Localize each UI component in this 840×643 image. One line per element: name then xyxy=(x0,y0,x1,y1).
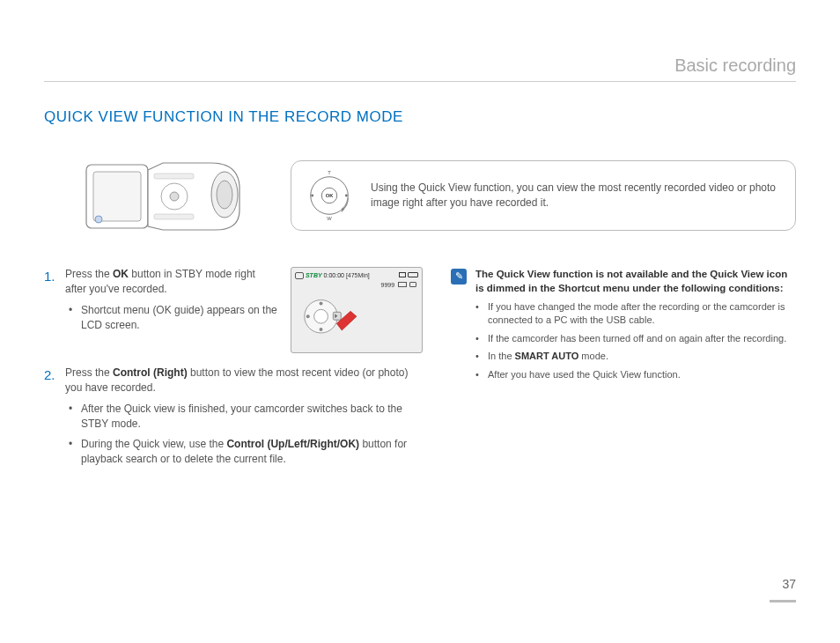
svg-point-21 xyxy=(306,314,310,318)
svg-point-4 xyxy=(217,181,232,209)
step-1: 1. Press the OK button in STBY mode righ… xyxy=(44,267,423,353)
callout-text: Using the Quick View function, you can v… xyxy=(371,181,777,211)
svg-point-18 xyxy=(314,309,328,323)
step-number: 2. xyxy=(44,366,56,472)
note-icon: ✎ xyxy=(451,269,467,285)
svg-rect-1 xyxy=(93,172,141,221)
page-number-rule xyxy=(770,600,796,602)
step-text: Press the Control (Right) button to view… xyxy=(65,366,408,394)
step-text: Press the OK button in STBY mode right a… xyxy=(65,268,255,295)
note-bullet: If you have changed the mode after the r… xyxy=(475,300,796,328)
chapter-title: Basic recording xyxy=(44,53,796,82)
note-header: The Quick View function is not available… xyxy=(475,267,796,295)
svg-text:OK: OK xyxy=(326,193,335,198)
callout-box: T W OK Using the Quick View function, yo… xyxy=(291,160,796,231)
svg-point-19 xyxy=(320,301,323,305)
note-box: ✎ The Quick View function is not availab… xyxy=(451,267,796,386)
svg-text:W: W xyxy=(327,216,332,221)
svg-point-6 xyxy=(170,192,179,201)
step-bullet: After the Quick view is finished, your c… xyxy=(69,402,423,432)
note-bullet: If the camcorder has been turned off and… xyxy=(475,332,796,345)
svg-rect-7 xyxy=(154,174,194,179)
svg-text:T: T xyxy=(328,170,331,175)
page-number: 37 xyxy=(782,576,796,594)
lcd-screenshot: STBY 0:00:00 [475Min] 9999 xyxy=(291,267,423,353)
step-bullet: Shortcut menu (OK guide) appears on the … xyxy=(69,303,278,333)
svg-rect-8 xyxy=(154,214,194,219)
svg-point-14 xyxy=(311,194,313,196)
note-bullet: After you have used the Quick View funct… xyxy=(475,368,796,381)
step-bullet: During the Quick view, use the Control (… xyxy=(69,437,423,467)
svg-point-15 xyxy=(345,194,348,196)
section-title: QUICK VIEW FUNCTION IN THE RECORD MODE xyxy=(44,107,796,128)
svg-point-2 xyxy=(95,216,102,223)
ok-dial-icon: T W OK xyxy=(304,170,355,221)
note-bullet: In the SMART AUTO mode. xyxy=(475,350,796,363)
svg-point-20 xyxy=(320,328,323,331)
step-2: 2. Press the Control (Right) button to v… xyxy=(44,366,423,472)
step-number: 1. xyxy=(44,267,56,353)
camcorder-illustration xyxy=(79,147,255,244)
